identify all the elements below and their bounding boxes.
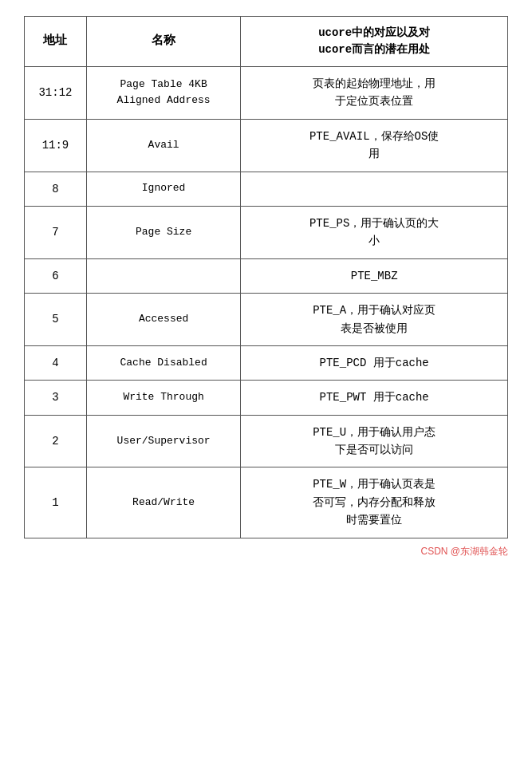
cell-name: Read/Write bbox=[86, 467, 240, 538]
cell-desc: PTE_MBZ bbox=[241, 258, 508, 293]
cell-address: 3 bbox=[25, 381, 87, 415]
table-row: 4Cache DisabledPTE_PCD 用于cache bbox=[25, 345, 508, 380]
cell-desc: PTE_AVAIL，保存给OS使用 bbox=[241, 119, 508, 172]
cell-address: 8 bbox=[25, 172, 87, 206]
cell-name: Avail bbox=[86, 119, 240, 172]
cell-name bbox=[86, 258, 240, 293]
cell-name: Write Through bbox=[86, 381, 240, 415]
table-row: 5AccessedPTE_A，用于确认对应页表是否被使用 bbox=[25, 294, 508, 346]
cell-name: Cache Disabled bbox=[86, 345, 240, 380]
cell-address: 1 bbox=[25, 467, 87, 538]
col-header-name: 名称 bbox=[86, 17, 240, 67]
table-row: 31:12Page Table 4KBAligned Address页表的起始物… bbox=[25, 67, 508, 120]
cell-name: Ignored bbox=[86, 172, 240, 206]
table-row: 8Ignored bbox=[25, 172, 508, 206]
table-row: 3Write ThroughPTE_PWT 用于cache bbox=[25, 381, 508, 415]
cell-desc bbox=[241, 172, 508, 206]
cell-address: 2 bbox=[25, 415, 87, 467]
cell-address: 31:12 bbox=[25, 67, 87, 120]
cell-desc: PTE_A，用于确认对应页表是否被使用 bbox=[241, 294, 508, 346]
cell-name: Page Size bbox=[86, 206, 240, 258]
table-row: 1Read/WritePTE_W，用于确认页表是否可写，内存分配和释放时需要置位 bbox=[25, 467, 508, 538]
cell-address: 5 bbox=[25, 294, 87, 346]
cell-desc: PTE_U，用于确认用户态下是否可以访问 bbox=[241, 415, 508, 467]
table-row: 11:9AvailPTE_AVAIL，保存给OS使用 bbox=[25, 119, 508, 172]
cell-name: Page Table 4KBAligned Address bbox=[86, 67, 240, 120]
cell-address: 6 bbox=[25, 258, 87, 293]
main-table: 地址 名称 ucore中的对应以及对ucore而言的潜在用处 31:12Page… bbox=[24, 16, 508, 538]
cell-address: 11:9 bbox=[25, 119, 87, 172]
col-header-desc: ucore中的对应以及对ucore而言的潜在用处 bbox=[241, 17, 508, 67]
cell-address: 4 bbox=[25, 345, 87, 380]
col-header-address: 地址 bbox=[25, 17, 87, 67]
cell-desc: PTE_PCD 用于cache bbox=[241, 345, 508, 380]
table-row: 6PTE_MBZ bbox=[25, 258, 508, 293]
cell-desc: 页表的起始物理地址，用于定位页表位置 bbox=[241, 67, 508, 120]
table-row: 2User/SupervisorPTE_U，用于确认用户态下是否可以访问 bbox=[25, 415, 508, 467]
cell-name: User/Supervisor bbox=[86, 415, 240, 467]
cell-desc: PTE_PS，用于确认页的大小 bbox=[241, 206, 508, 258]
cell-desc: PTE_PWT 用于cache bbox=[241, 381, 508, 415]
table-row: 7Page SizePTE_PS，用于确认页的大小 bbox=[25, 206, 508, 258]
footer-label: CSDN @东湖韩金轮 bbox=[420, 545, 508, 558]
cell-desc: PTE_W，用于确认页表是否可写，内存分配和释放时需要置位 bbox=[241, 467, 508, 538]
cell-address: 7 bbox=[25, 206, 87, 258]
cell-name: Accessed bbox=[86, 294, 240, 346]
